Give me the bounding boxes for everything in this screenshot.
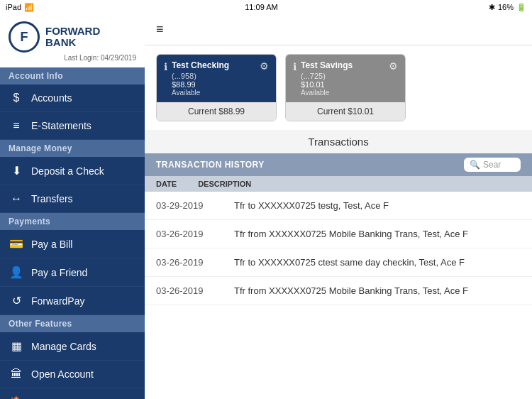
checking-amount: $88.99 xyxy=(172,80,229,89)
transfers-icon: ↔ xyxy=(9,192,24,205)
card-header-left: ℹ Test Checking (...958) $88.99 Availabl… xyxy=(164,60,229,97)
sidebar-label-accounts: Accounts xyxy=(31,92,72,104)
sidebar: F FORWARD BANK Last Login: 04/29/2019 Ac… xyxy=(0,14,145,399)
table-row: 03-29-2019 Tfr to XXXXXX0725 testg, Test… xyxy=(145,192,532,220)
status-time: 11:09 AM xyxy=(245,3,277,11)
status-bar: iPad 📶 11:09 AM ✱ 16% 🔋 xyxy=(0,0,532,14)
sidebar-label-pay-bill: Pay a Bill xyxy=(31,239,72,250)
transactions-list: 03-29-2019 Tfr to XXXXXX0725 testg, Test… xyxy=(145,192,532,399)
top-bar: ≡ xyxy=(145,14,532,45)
trans-date-4: 03-26-2019 xyxy=(156,285,213,296)
card-header-checking: ℹ Test Checking (...958) $88.99 Availabl… xyxy=(157,55,276,102)
sidebar-item-estatements[interactable]: ≡ E-Statements xyxy=(0,112,145,140)
sidebar-label-open-account: Open Account xyxy=(31,368,94,380)
account-card-checking[interactable]: ℹ Test Checking (...958) $88.99 Availabl… xyxy=(156,54,277,121)
device-label: iPad xyxy=(6,3,21,11)
mortgage-icon: 🏠 xyxy=(9,395,24,399)
trans-desc-1: Tfr to XXXXXX0725 testg, Test, Ace F xyxy=(234,200,521,211)
manage-cards-icon: ▦ xyxy=(9,339,24,353)
card-header-left-savings: ℹ Test Savings (...725) $10.01 Available xyxy=(293,60,353,97)
savings-available: Available xyxy=(301,89,353,97)
info-icon-savings[interactable]: ℹ xyxy=(293,61,297,72)
sidebar-item-deposit[interactable]: ⬇ Deposit a Check xyxy=(0,157,145,185)
sidebar-label-mortgage: Mortgage Center xyxy=(31,397,106,400)
card-header-savings: ℹ Test Savings (...725) $10.01 Available… xyxy=(286,55,405,102)
savings-name: Test Savings xyxy=(301,60,353,72)
statements-icon: ≡ xyxy=(9,119,24,132)
col-date: DATE xyxy=(156,180,177,188)
sidebar-item-pay-bill[interactable]: 💳 Pay a Bill xyxy=(0,230,145,258)
table-row: 03-26-2019 Tfr from XXXXXX0725 Mobile Ba… xyxy=(145,277,532,305)
sidebar-label-pay-friend: Pay a Friend xyxy=(31,267,87,278)
wifi-icon: 📶 xyxy=(24,3,34,12)
card-name-savings: Test Savings (...725) $10.01 Available xyxy=(301,60,353,97)
sidebar-label-transfers: Transfers xyxy=(31,193,73,204)
info-icon-checking[interactable]: ℹ xyxy=(164,61,167,72)
transaction-history-label: TRANSACTION HISTORY xyxy=(156,160,265,170)
status-left: iPad 📶 xyxy=(6,3,34,12)
search-box[interactable]: 🔍 Sear xyxy=(464,158,521,172)
pay-bill-icon: 💳 xyxy=(9,237,24,251)
logo-text: FORWARD BANK xyxy=(45,26,100,49)
open-account-icon: 🏛 xyxy=(9,368,24,381)
section-header-payments: Payments xyxy=(0,213,145,230)
sidebar-item-forwardpay[interactable]: ↺ ForwardPay xyxy=(0,287,145,315)
savings-amount: $10.01 xyxy=(301,80,353,89)
account-card-savings[interactable]: ℹ Test Savings (...725) $10.01 Available… xyxy=(285,54,406,121)
battery-level: 16% xyxy=(498,3,514,11)
main-content: ≡ ℹ Test Checking (...958) $88.99 Availa… xyxy=(145,14,532,399)
forwardpay-icon: ↺ xyxy=(9,294,24,307)
sidebar-item-pay-friend[interactable]: 👤 Pay a Friend xyxy=(0,258,145,287)
sidebar-item-open-account[interactable]: 🏛 Open Account xyxy=(0,361,145,388)
last-login: Last Login: 04/29/2019 xyxy=(9,53,136,65)
sidebar-item-manage-cards[interactable]: ▦ Manage Cards xyxy=(0,332,145,361)
checking-account: (...958) xyxy=(172,72,229,80)
trans-desc-4: Tfr from XXXXXX0725 Mobile Banking Trans… xyxy=(234,285,521,296)
card-name-checking: Test Checking (...958) $88.99 Available xyxy=(172,60,229,97)
section-header-other: Other Features xyxy=(0,315,145,332)
sidebar-label-manage-cards: Manage Cards xyxy=(31,341,96,352)
hamburger-button[interactable]: ≡ xyxy=(156,22,164,37)
trans-date-2: 03-26-2019 xyxy=(156,229,213,239)
logo-line1: FORWARD xyxy=(45,26,100,38)
sidebar-item-transfers[interactable]: ↔ Transfers xyxy=(0,185,145,213)
sidebar-label-forwardpay: ForwardPay xyxy=(31,295,84,307)
status-right: ✱ 16% 🔋 xyxy=(489,3,526,12)
checking-available: Available xyxy=(172,89,229,97)
search-placeholder: Sear xyxy=(483,160,501,170)
dollar-icon: $ xyxy=(9,92,24,104)
logo-letter: F xyxy=(21,30,28,45)
section-header-manage-money: Manage Money xyxy=(0,140,145,157)
logo-row: F FORWARD BANK xyxy=(9,21,100,53)
section-header-account-info: Account Info xyxy=(0,67,145,84)
logo-line2: BANK xyxy=(45,37,100,49)
trans-date-3: 03-26-2019 xyxy=(156,257,213,268)
card-footer-checking: Current $88.99 xyxy=(157,102,276,121)
transactions-title: Transactions xyxy=(145,130,532,153)
gear-icon-savings[interactable]: ⚙ xyxy=(389,60,398,72)
logo-circle: F xyxy=(9,21,40,53)
deposit-icon: ⬇ xyxy=(9,164,24,177)
battery-icon: 🔋 xyxy=(516,3,526,12)
table-row: 03-26-2019 Tfr from XXXXXX0725 Mobile Ba… xyxy=(145,220,532,248)
column-headers: DATE DESCRIPTION xyxy=(145,176,532,192)
search-icon: 🔍 xyxy=(470,160,480,170)
trans-desc-3: Tfr to XXXXXX0725 ctest same day checkin… xyxy=(234,257,521,268)
table-row: 03-26-2019 Tfr to XXXXXX0725 ctest same … xyxy=(145,248,532,277)
trans-desc-2: Tfr from XXXXXX0725 Mobile Banking Trans… xyxy=(234,229,521,239)
sidebar-item-accounts[interactable]: $ Accounts xyxy=(0,84,145,112)
transactions-section: Transactions TRANSACTION HISTORY 🔍 Sear … xyxy=(145,130,532,399)
savings-account: (...725) xyxy=(301,72,353,80)
account-cards: ℹ Test Checking (...958) $88.99 Availabl… xyxy=(145,45,532,130)
trans-date-1: 03-29-2019 xyxy=(156,200,213,211)
sidebar-label-estatements: E-Statements xyxy=(31,120,92,131)
card-footer-savings: Current $10.01 xyxy=(286,102,405,121)
bluetooth-icon: ✱ xyxy=(489,3,495,12)
col-description: DESCRIPTION xyxy=(198,180,251,188)
pay-friend-icon: 👤 xyxy=(9,266,24,279)
checking-name: Test Checking xyxy=(172,60,229,72)
app-container: F FORWARD BANK Last Login: 04/29/2019 Ac… xyxy=(0,14,532,399)
sidebar-item-mortgage[interactable]: 🏠 Mortgage Center xyxy=(0,388,145,399)
sidebar-logo: F FORWARD BANK Last Login: 04/29/2019 xyxy=(0,14,145,67)
gear-icon-checking[interactable]: ⚙ xyxy=(260,60,269,72)
